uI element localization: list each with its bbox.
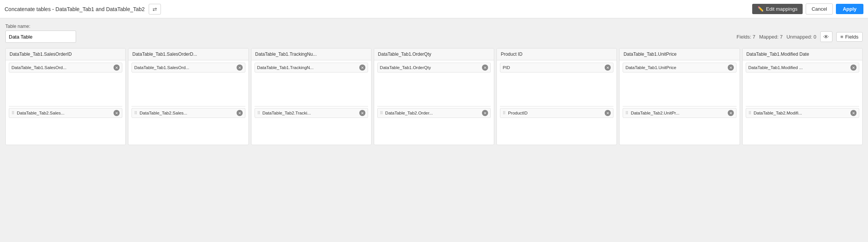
- tab1-mapping-text-0: DataTable_Tab1.SalesOrd...: [11, 65, 67, 70]
- columns-grid: DataTable_Tab1.SalesOrderID DataTable_Ta…: [5, 48, 863, 145]
- tab2-mapping-row-4: ⠿ ProductID ✕: [500, 108, 613, 118]
- tab1-mapping-left-0: DataTable_Tab1.SalesOrd...: [11, 65, 67, 70]
- tab1-mapping-row-2: DataTable_Tab1.TrackingN... ✕: [255, 63, 368, 73]
- tab1-mapping-text-2: DataTable_Tab1.TrackingN...: [257, 65, 314, 70]
- header-left: Concatenate tables - DataTable_Tab1 and …: [5, 4, 161, 15]
- tab1-mapping-text-3: DataTable_Tab1.OrderQty: [380, 65, 431, 70]
- drag-icon-1: ⠿: [134, 111, 138, 116]
- tab1-close-icon-2[interactable]: ✕: [359, 65, 365, 71]
- tab2-mapping-row-5: ⠿ DataTable_Tab2.UnitPr... ✕: [623, 108, 736, 118]
- tab2-close-icon-6[interactable]: ✕: [850, 110, 857, 116]
- tab1-mapping-row-4: PID ✕: [500, 63, 613, 73]
- tab1-close-icon-1[interactable]: ✕: [237, 65, 243, 71]
- tab1-mapping-left-4: PID: [503, 65, 510, 70]
- column-divider-5: [623, 106, 736, 106]
- column-header-5: DataTable_Tab1.UnitPrice: [620, 48, 739, 60]
- column-card-0: DataTable_Tab1.SalesOrderID DataTable_Ta…: [5, 48, 126, 145]
- column-card-5: DataTable_Tab1.UnitPrice DataTable_Tab1.…: [619, 48, 740, 145]
- tab1-mapping-row-1: DataTable_Tab1.SalesOrd... ✕: [131, 63, 245, 73]
- drag-icon-5: ⠿: [625, 111, 629, 116]
- drag-icon-6: ⠿: [748, 111, 752, 116]
- tab2-mapping-left-6: ⠿ DataTable_Tab2.Modifi...: [748, 111, 802, 116]
- tab1-mapping-text-6: DataTable_Tab1.Modified ...: [748, 65, 803, 70]
- column-body-1: DataTable_Tab1.SalesOrd... ✕ ⠿ DataTable…: [128, 60, 248, 145]
- tab2-mapping-left-3: ⠿ DataTable_Tab2.Order...: [380, 111, 433, 116]
- tab2-mapping-text-3: DataTable_Tab2.Order...: [385, 111, 433, 115]
- fields-summary: Fields: 7 Mapped: 7 Unmapped: 0 👁 ≡ Fiel…: [737, 31, 863, 42]
- tab1-close-icon-0[interactable]: ✕: [114, 65, 120, 71]
- tab2-mapping-text-5: DataTable_Tab2.UnitPr...: [631, 111, 679, 115]
- fields-button-label: Fields: [845, 34, 858, 40]
- column-header-0: DataTable_Tab1.SalesOrderID: [6, 48, 125, 60]
- tab1-mapping-row-0: DataTable_Tab1.SalesOrd... ✕: [9, 63, 122, 73]
- tab2-mapping-row-1: ⠿ DataTable_Tab2.Sales... ✕: [131, 108, 245, 118]
- column-divider-0: [9, 106, 122, 106]
- tab2-close-icon-2[interactable]: ✕: [359, 110, 365, 116]
- tab1-mapping-text-1: DataTable_Tab1.SalesOrd...: [134, 65, 189, 70]
- column-divider-6: [746, 106, 859, 106]
- edit-mappings-label: Edit mappings: [766, 6, 797, 12]
- column-body-4: PID ✕ ⠿ ProductID ✕: [497, 60, 617, 145]
- column-divider-2: [255, 106, 368, 106]
- header-bar: Concatenate tables - DataTable_Tab1 and …: [0, 0, 868, 18]
- tab1-close-icon-6[interactable]: ✕: [850, 65, 857, 71]
- apply-button[interactable]: Apply: [836, 4, 863, 14]
- column-body-5: DataTable_Tab1.UnitPrice ✕ ⠿ DataTable_T…: [620, 60, 739, 145]
- tab2-close-icon-3[interactable]: ✕: [482, 110, 488, 116]
- column-body-2: DataTable_Tab1.TrackingN... ✕ ⠿ DataTabl…: [251, 60, 371, 145]
- column-card-1: DataTable_Tab1.SalesOrderD... DataTable_…: [128, 48, 248, 145]
- edit-icon: ✏️: [758, 6, 764, 12]
- tab1-close-icon-5[interactable]: ✕: [728, 65, 734, 71]
- drag-icon-3: ⠿: [380, 111, 383, 116]
- content-area: Table name: Fields: 7 Mapped: 7 Unmapped…: [0, 18, 868, 149]
- table-name-input[interactable]: [5, 31, 76, 43]
- column-card-2: DataTable_Tab1.TrackingNu... DataTable_T…: [251, 48, 372, 145]
- tab2-mapping-left-1: ⠿ DataTable_Tab2.Sales...: [134, 111, 187, 116]
- tab1-mapping-row-5: DataTable_Tab1.UnitPrice ✕: [623, 63, 736, 73]
- column-card-4: Product ID PID ✕ ⠿ ProductID ✕: [496, 48, 617, 145]
- unmapped-count: Unmapped: 0: [787, 34, 816, 40]
- tab2-mapping-left-2: ⠿ DataTable_Tab2.Tracki...: [257, 111, 311, 116]
- tab1-mapping-text-4: PID: [503, 65, 510, 70]
- table-name-row: Fields: 7 Mapped: 7 Unmapped: 0 👁 ≡ Fiel…: [5, 31, 863, 43]
- tab1-close-icon-3[interactable]: ✕: [482, 65, 488, 71]
- tab2-mapping-text-2: DataTable_Tab2.Tracki...: [263, 111, 311, 115]
- column-divider-3: [377, 106, 491, 106]
- column-header-6: DataTable_Tab1.Modified Date: [743, 48, 862, 60]
- tab2-close-icon-4[interactable]: ✕: [605, 110, 611, 116]
- tab1-mapping-left-3: DataTable_Tab1.OrderQty: [380, 65, 431, 70]
- tab2-mapping-row-2: ⠿ DataTable_Tab2.Tracki... ✕: [255, 108, 368, 118]
- column-body-0: DataTable_Tab1.SalesOrd... ✕ ⠿ DataTable…: [6, 60, 125, 145]
- column-header-1: DataTable_Tab1.SalesOrderD...: [128, 48, 248, 60]
- tab2-mapping-text-4: ProductID: [508, 111, 527, 115]
- eye-button[interactable]: 👁: [820, 31, 832, 42]
- tab1-mapping-row-6: DataTable_Tab1.Modified ... ✕: [746, 63, 859, 73]
- cancel-button[interactable]: Cancel: [806, 3, 832, 15]
- tab1-close-icon-4[interactable]: ✕: [605, 65, 611, 71]
- drag-icon-0: ⠿: [11, 111, 15, 116]
- table-name-label: Table name:: [5, 24, 863, 29]
- column-header-2: DataTable_Tab1.TrackingNu...: [251, 48, 371, 60]
- tab2-close-icon-0[interactable]: ✕: [114, 110, 120, 116]
- fields-icon: ≡: [840, 34, 844, 40]
- tab1-mapping-left-5: DataTable_Tab1.UnitPrice: [625, 65, 676, 70]
- tab2-close-icon-1[interactable]: ✕: [237, 110, 243, 116]
- tab1-mapping-left-2: DataTable_Tab1.TrackingN...: [257, 65, 314, 70]
- edit-mappings-button[interactable]: ✏️ Edit mappings: [752, 4, 803, 14]
- page-title: Concatenate tables - DataTable_Tab1 and …: [5, 6, 145, 12]
- header-right: ✏️ Edit mappings Cancel Apply: [752, 3, 863, 15]
- swap-button[interactable]: ⇄: [149, 4, 161, 15]
- fields-button[interactable]: ≡ Fields: [836, 32, 863, 42]
- fields-count: Fields: 7: [737, 34, 755, 40]
- tab2-mapping-text-1: DataTable_Tab2.Sales...: [140, 111, 187, 115]
- drag-icon-2: ⠿: [257, 111, 261, 116]
- column-header-3: DataTable_Tab1.OrderQty: [374, 48, 494, 60]
- tab2-close-icon-5[interactable]: ✕: [728, 110, 734, 116]
- tab2-mapping-left-0: ⠿ DataTable_Tab2.Sales...: [11, 111, 65, 116]
- column-header-4: Product ID: [497, 48, 617, 60]
- drag-icon-4: ⠿: [503, 111, 506, 116]
- tab2-mapping-left-5: ⠿ DataTable_Tab2.UnitPr...: [625, 111, 679, 116]
- tab1-mapping-row-3: DataTable_Tab1.OrderQty ✕: [377, 63, 491, 73]
- column-body-6: DataTable_Tab1.Modified ... ✕ ⠿ DataTabl…: [743, 60, 862, 145]
- tab1-mapping-left-1: DataTable_Tab1.SalesOrd...: [134, 65, 189, 70]
